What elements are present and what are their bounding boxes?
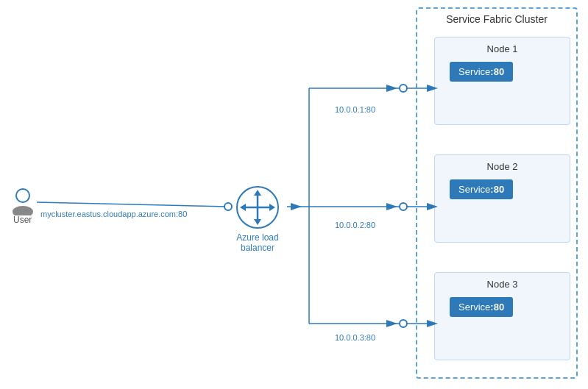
user-icon bbox=[10, 188, 35, 218]
node-1-box: Node 1 Service :80 bbox=[434, 37, 570, 125]
endpoint-label: mycluster.eastus.cloudapp.azure.com:80 bbox=[40, 210, 187, 218]
ip-label-3: 10.0.0.3:80 bbox=[335, 333, 375, 342]
node-1-title: Node 1 bbox=[435, 38, 570, 59]
service-3-port: :80 bbox=[490, 301, 504, 313]
service-1-button: Service :80 bbox=[450, 62, 513, 82]
node-2-title: Node 2 bbox=[435, 155, 570, 176]
svg-point-22 bbox=[400, 203, 407, 210]
svg-point-12 bbox=[224, 203, 232, 210]
service-1-port: :80 bbox=[490, 66, 504, 77]
node-2-box: Node 2 Service :80 bbox=[434, 154, 570, 243]
svg-marker-14 bbox=[291, 203, 302, 210]
cluster-title: Service Fabric Cluster bbox=[417, 7, 576, 25]
svg-marker-24 bbox=[386, 320, 397, 327]
node-3-title: Node 3 bbox=[435, 273, 570, 294]
lb-label-text: Azure load balancer bbox=[236, 232, 278, 253]
load-balancer-label: Azure load balancer bbox=[224, 232, 291, 253]
svg-marker-18 bbox=[386, 85, 397, 92]
node-3-box: Node 3 Service :80 bbox=[434, 272, 570, 360]
service-3-button: Service :80 bbox=[450, 297, 513, 317]
svg-point-25 bbox=[400, 320, 407, 327]
service-3-name: Service bbox=[458, 301, 490, 313]
service-2-name: Service bbox=[458, 184, 490, 195]
ip-label-1: 10.0.0.1:80 bbox=[335, 105, 375, 114]
svg-line-11 bbox=[37, 202, 228, 207]
diagram: Service Fabric Cluster Node 1 Service :8… bbox=[0, 0, 588, 389]
svg-point-19 bbox=[400, 85, 407, 92]
ip-label-2: 10.0.0.2:80 bbox=[335, 221, 375, 229]
service-1-name: Service bbox=[458, 66, 490, 77]
svg-point-0 bbox=[16, 189, 29, 202]
user-label: User bbox=[13, 215, 32, 225]
load-balancer-icon bbox=[235, 185, 280, 229]
svg-marker-21 bbox=[386, 203, 397, 210]
service-2-button: Service :80 bbox=[450, 179, 513, 199]
service-2-port: :80 bbox=[490, 184, 504, 195]
